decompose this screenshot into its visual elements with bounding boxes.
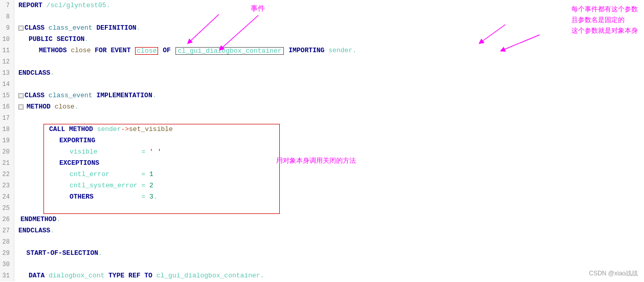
ln-21: 21 [0,158,14,169]
ln-20: 20 [0,146,14,158]
code-line-18: CALL METHOD sender->set_visible [18,124,644,135]
code-line-20: visible = ' ' [18,146,644,158]
code-line-31: DATA dialogbox_cont TYPE REF TO cl_gui_d… [18,270,644,281]
code-line-11: METHODS close FOR EVENT close OF cl_gui_… [18,45,644,56]
ln-29: 29 [0,248,14,259]
code-line-8 [18,11,644,23]
ln-22: 22 [0,169,14,180]
ln-15: 15 [0,90,14,101]
ln-28: 28 [0,236,14,248]
code-line-17 [18,113,644,124]
code-content: REPORT /scl/glyntest05. □CLASS class_eve… [14,0,644,282]
ln-18: 18 [0,124,14,135]
code-line-14 [18,79,644,90]
code-line-15: □CLASS class_event IMPLEMENTATION. [18,90,644,101]
code-line-10: PUBLIC SECTION. [18,34,644,45]
code-line-23: cntl_system_error = 2 [18,180,644,191]
code-line-30 [18,259,644,270]
code-line-19: EXPORTING [18,135,644,146]
code-line-24: OTHERS = 3. [18,191,644,203]
ln-14: 14 [0,79,14,90]
ln-9: 9 [0,23,14,34]
watermark: CSDN @xiao战战 [589,269,638,278]
code-line-12 [18,56,644,68]
event-close-box: close [135,47,158,55]
code-line-29: START-OF-SELECTION. [18,248,644,259]
ln-31: 31 [0,270,14,281]
code-line-25 [18,203,644,214]
code-line-16: □METHOD close. [18,101,644,113]
ln-16: 16 [0,101,14,113]
collapse-16[interactable]: □ [18,104,24,110]
code-line-21: EXCEPTIONS [18,158,644,169]
ln-17: 17 [0,113,14,124]
ln-12: 12 [0,56,14,68]
ln-8: 8 [0,11,14,23]
code-line-28 [18,236,644,248]
ln-30: 30 [0,259,14,270]
ln-7: 7 [0,0,14,11]
collapse-15[interactable]: □ [18,93,24,98]
code-line-7: REPORT /scl/glyntest05. [18,0,644,11]
ln-13: 13 [0,68,14,79]
ln-23: 23 [0,180,14,191]
code-line-27: ENDCLASS. [18,225,644,236]
collapse-9[interactable]: □ [18,26,24,31]
ln-19: 19 [0,135,14,146]
ln-27: 27 [0,225,14,236]
code-editor: 7 8 9 10 11 12 13 14 15 16 17 18 19 20 2… [0,0,644,282]
ln-25: 25 [0,203,14,214]
ln-26: 26 [0,214,14,225]
code-line-9: □CLASS class_event DEFINITION. [18,23,644,34]
code-line-13: ENDCLASS. [18,68,644,79]
class-box: cl_gui_dialogbox_container [175,47,284,55]
ln-11: 11 [0,45,14,56]
line-numbers: 7 8 9 10 11 12 13 14 15 16 17 18 19 20 2… [0,0,14,282]
code-line-22: cntl_error = 1 [18,169,644,180]
code-line-26: ENDMETHOD. [18,214,644,225]
ln-10: 10 [0,34,14,45]
kw-report: REPORT [18,0,42,11]
ln-24: 24 [0,191,14,203]
